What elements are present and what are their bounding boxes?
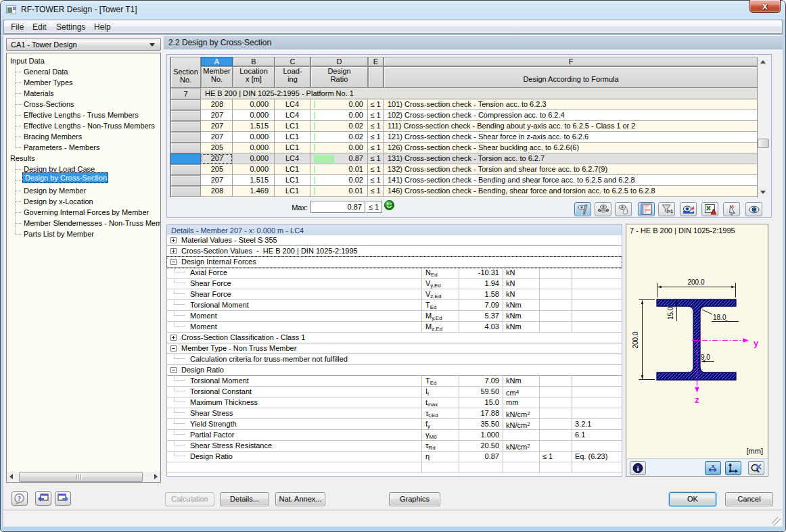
svg-text:>1: >1 (668, 209, 673, 214)
svg-text:15.0: 15.0 (667, 306, 674, 320)
svg-text:9.0: 9.0 (701, 354, 710, 361)
svg-text:z: z (695, 396, 699, 406)
svg-text:18.0: 18.0 (713, 314, 726, 321)
svg-text:i: i (637, 464, 639, 473)
svg-text:200.0: 200.0 (687, 279, 704, 286)
svg-text:y: y (754, 339, 758, 349)
svg-text:?: ? (18, 495, 21, 502)
svg-text:200.0: 200.0 (632, 331, 639, 348)
